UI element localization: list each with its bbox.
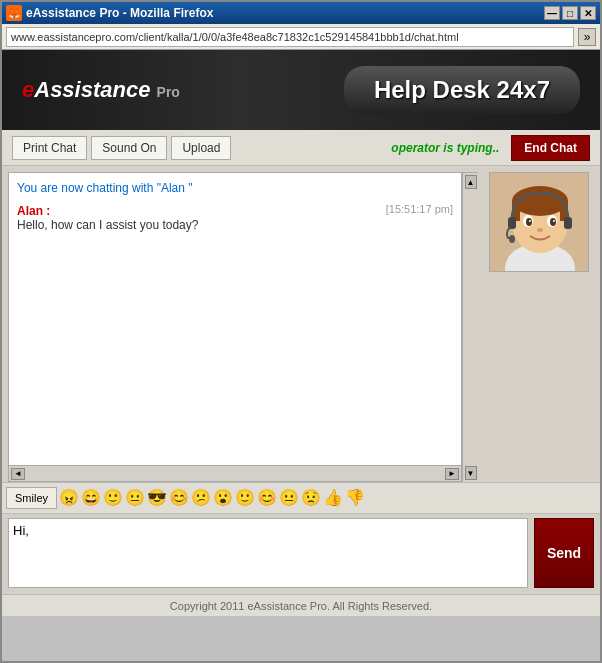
agent-photo-frame (489, 172, 589, 272)
emoji-plain[interactable]: 😐 (279, 490, 299, 506)
horizontal-scrollbar[interactable]: ◄ ► (9, 465, 461, 481)
vertical-scrollbar[interactable]: ▲ ▼ (462, 172, 478, 482)
svg-point-12 (553, 220, 555, 222)
svg-point-9 (526, 218, 532, 226)
emoji-thumbsup[interactable]: 👍 (323, 490, 343, 506)
title-bar-text: eAssistance Pro - Mozilla Firefox (26, 6, 213, 20)
message-input[interactable]: Hi, (8, 518, 528, 588)
emoji-confused[interactable]: 😕 (191, 490, 211, 506)
table-row: Alan : [15:51:17 pm] Hello, how can I as… (17, 203, 453, 232)
emoji-surprised[interactable]: 😮 (213, 490, 233, 506)
emoji-angry[interactable]: 😠 (59, 490, 79, 506)
send-button[interactable]: Send (534, 518, 594, 588)
close-button[interactable]: ✕ (580, 6, 596, 20)
address-input[interactable] (6, 27, 574, 47)
header: eAssistance Pro Help Desk 24x7 (2, 50, 600, 130)
emoji-neutral[interactable]: 😐 (125, 490, 145, 506)
svg-rect-15 (564, 217, 572, 229)
toolbar: Print Chat Sound On Upload operator is t… (2, 130, 600, 166)
emoji-thumbsdown[interactable]: 👎 (345, 490, 365, 506)
logo-assistance: Assistance (34, 77, 150, 102)
chat-panel: You are now chatting with "Alan " Alan :… (8, 172, 462, 482)
chat-messages: You are now chatting with "Alan " Alan :… (9, 173, 461, 465)
svg-point-11 (529, 220, 531, 222)
chat-text: Hello, how can I assist you today? (17, 218, 453, 232)
emoji-cool[interactable]: 😎 (147, 490, 167, 506)
title-bar-left: 🦊 eAssistance Pro - Mozilla Firefox (6, 5, 213, 21)
sound-on-button[interactable]: Sound On (91, 136, 167, 160)
title-bar: 🦊 eAssistance Pro - Mozilla Firefox — □ … (2, 2, 600, 24)
title-bar-buttons[interactable]: — □ ✕ (544, 6, 596, 20)
chat-message-header: Alan : [15:51:17 pm] (17, 203, 453, 218)
agent-illustration (490, 173, 589, 272)
address-bar: » (2, 24, 600, 50)
emoji-sad[interactable]: 😟 (301, 490, 321, 506)
agent-photo-panel (484, 172, 594, 476)
operator-status: operator is typing.. (391, 141, 499, 155)
smiley-button[interactable]: Smiley (6, 487, 57, 509)
upload-button[interactable]: Upload (171, 136, 231, 160)
scroll-right-button[interactable]: ► (445, 468, 459, 480)
helpdesk-text: Help Desk 24x7 (374, 76, 550, 103)
logo-pro: Pro (157, 84, 180, 100)
scroll-up-button[interactable]: ▲ (465, 175, 477, 189)
emoji-slight[interactable]: 🙂 (235, 490, 255, 506)
go-button[interactable]: » (578, 28, 596, 46)
logo: eAssistance Pro (22, 77, 180, 103)
chat-sender: Alan : (17, 204, 50, 218)
scroll-down-button[interactable]: ▼ (465, 466, 477, 480)
logo-e: e (22, 77, 34, 102)
emoji-grin[interactable]: 😊 (257, 490, 277, 506)
emoji-laugh[interactable]: 😄 (81, 490, 101, 506)
chat-intro: You are now chatting with "Alan " (17, 181, 453, 195)
firefox-icon: 🦊 (6, 5, 22, 21)
maximize-button[interactable]: □ (562, 6, 578, 20)
scroll-track (25, 469, 445, 479)
input-area: Hi, Send (2, 514, 600, 594)
svg-point-10 (550, 218, 556, 226)
end-chat-button[interactable]: End Chat (511, 135, 590, 161)
minimize-button[interactable]: — (544, 6, 560, 20)
scroll-left-button[interactable]: ◄ (11, 468, 25, 480)
emoji-smile[interactable]: 🙂 (103, 490, 123, 506)
svg-point-4 (512, 186, 568, 216)
helpdesk-banner: Help Desk 24x7 (344, 66, 580, 114)
footer-text: Copyright 2011 eAssistance Pro. All Righ… (170, 600, 432, 612)
chat-time: [15:51:17 pm] (386, 203, 453, 215)
svg-point-13 (537, 228, 543, 232)
footer: Copyright 2011 eAssistance Pro. All Righ… (2, 594, 600, 616)
emoji-happy[interactable]: 😊 (169, 490, 189, 506)
print-chat-button[interactable]: Print Chat (12, 136, 87, 160)
svg-point-16 (509, 235, 515, 243)
main-content: You are now chatting with "Alan " Alan :… (2, 166, 600, 482)
smiley-bar: Smiley 😠 😄 🙂 😐 😎 😊 😕 😮 🙂 😊 😐 😟 👍 👎 (2, 482, 600, 514)
